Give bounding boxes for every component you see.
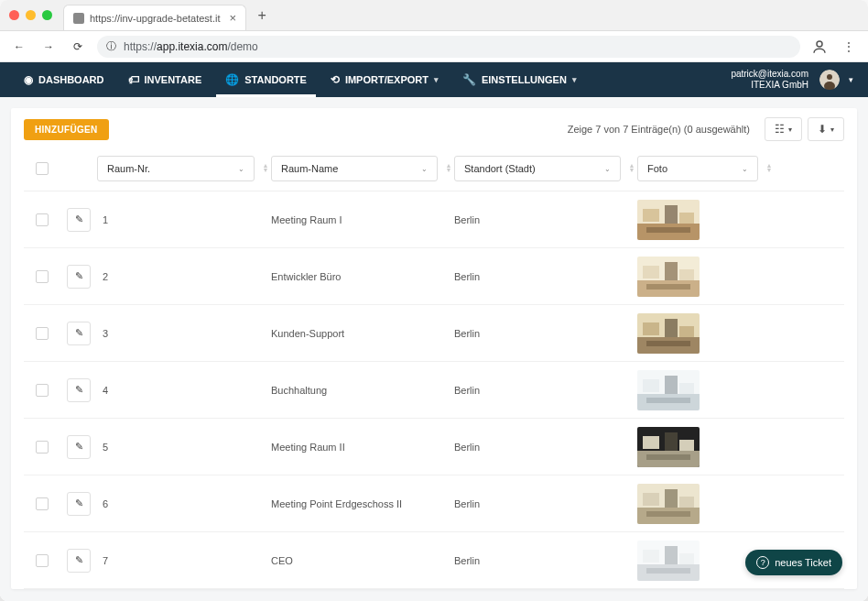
cell-raum-name: Buchhaltung <box>271 385 454 396</box>
sort-handle[interactable]: ▲▼ <box>443 164 454 173</box>
nav-import-export[interactable]: ⟲ IMPORT/EXPORT ▾ <box>321 62 448 97</box>
table-row: ✎ 7 CEO Berlin <box>24 532 844 589</box>
back-button[interactable]: ← <box>9 37 29 57</box>
svg-rect-23 <box>679 383 694 394</box>
avatar[interactable] <box>819 70 840 90</box>
browser-menu-icon[interactable]: ⋮ <box>839 37 859 57</box>
svg-rect-27 <box>643 436 659 449</box>
column-label: Foto <box>647 163 667 174</box>
cell-foto-thumbnail[interactable] <box>637 541 700 581</box>
svg-rect-39 <box>643 550 659 563</box>
row-checkbox[interactable] <box>36 384 49 397</box>
edit-row-button[interactable]: ✎ <box>67 378 91 402</box>
cell-raum-name: Meeting Raum I <box>271 214 454 225</box>
maximize-window-button[interactable] <box>42 10 52 20</box>
table-row: ✎ 5 Meeting Raum II Berlin <box>24 419 844 475</box>
row-checkbox[interactable] <box>36 327 49 340</box>
close-window-button[interactable] <box>9 10 19 20</box>
svg-rect-28 <box>665 432 678 451</box>
nav-standorte[interactable]: 🌐 STANDORTE <box>216 62 316 97</box>
url-field[interactable]: ⓘ https://app.itexia.com/demo <box>97 36 800 58</box>
nav-einstellungen[interactable]: 🔧 EINSTELLUNGEN ▾ <box>453 62 586 97</box>
table-row: ✎ 4 Buchhaltung Berlin <box>24 362 844 419</box>
cell-foto-thumbnail[interactable] <box>637 200 700 240</box>
edit-row-button[interactable]: ✎ <box>67 435 91 459</box>
svg-rect-24 <box>646 398 690 403</box>
cell-standort: Berlin <box>454 442 637 453</box>
pencil-icon: ✎ <box>75 497 83 509</box>
list-icon: ☷ <box>775 123 785 136</box>
chevron-down-icon[interactable]: ▾ <box>849 75 853 84</box>
cell-raum-nr: 6 <box>97 498 271 509</box>
cell-foto-thumbnail[interactable] <box>637 484 700 524</box>
chevron-down-icon: ⌄ <box>421 165 428 173</box>
nav-label: IMPORT/EXPORT <box>345 74 429 85</box>
cell-foto-thumbnail[interactable] <box>637 370 700 410</box>
svg-rect-33 <box>643 493 659 506</box>
user-info: patrick@itexia.com ITEXIA GmbH <box>731 69 808 91</box>
cell-foto-thumbnail[interactable] <box>637 313 700 354</box>
row-checkbox[interactable] <box>36 270 49 283</box>
edit-row-button[interactable]: ✎ <box>67 265 91 289</box>
table-row: ✎ 6 Meeting Point Erdgeschoss II Berlin <box>24 475 844 532</box>
select-all-checkbox[interactable] <box>36 162 49 175</box>
nav-dashboard[interactable]: ◉ DASHBOARD <box>15 62 114 97</box>
edit-row-button[interactable]: ✎ <box>67 492 91 516</box>
edit-row-button[interactable]: ✎ <box>67 322 91 345</box>
edit-row-button[interactable]: ✎ <box>67 208 91 232</box>
browser-address-bar: ← → ⟳ ⓘ https://app.itexia.com/demo ⋮ <box>0 31 868 62</box>
add-button[interactable]: HINZUFÜGEN <box>24 119 109 140</box>
column-filter-raum-name[interactable]: Raum-Name ⌄ <box>271 156 438 181</box>
cell-raum-nr: 5 <box>97 442 271 453</box>
browser-tab[interactable]: https://inv-upgrade-betatest.it × <box>63 5 246 30</box>
column-filter-raum-nr[interactable]: Raum-Nr. ⌄ <box>97 156 255 181</box>
cell-standort: Berlin <box>454 214 637 225</box>
columns-view-button[interactable]: ☷ ▾ <box>765 117 802 141</box>
row-checkbox[interactable] <box>36 441 49 453</box>
column-filter-foto[interactable]: Foto ⌄ <box>637 156 758 181</box>
forward-button[interactable]: → <box>38 37 59 57</box>
cell-raum-nr: 3 <box>97 328 271 339</box>
pencil-icon: ✎ <box>75 554 83 566</box>
column-filter-standort[interactable]: Standort (Stadt) ⌄ <box>454 156 621 181</box>
chevron-down-icon: ▾ <box>572 75 577 84</box>
cell-standort: Berlin <box>454 498 637 509</box>
svg-rect-10 <box>665 262 678 280</box>
nav-label: DASHBOARD <box>38 74 104 85</box>
close-tab-icon[interactable]: × <box>229 11 236 25</box>
new-ticket-button[interactable]: ? neues Ticket <box>745 550 842 575</box>
svg-rect-18 <box>646 341 690 346</box>
chevron-down-icon: ▾ <box>830 126 834 134</box>
user-org: ITEXIA GmbH <box>731 80 808 91</box>
export-button[interactable]: ⬇ ▾ <box>808 117 844 141</box>
reload-button[interactable]: ⟳ <box>68 37 88 57</box>
pencil-icon: ✎ <box>75 441 83 453</box>
cell-raum-name: Meeting Point Erdgeschoss II <box>271 498 454 509</box>
cell-foto-thumbnail[interactable] <box>637 257 700 297</box>
row-checkbox[interactable] <box>36 497 49 510</box>
sort-handle[interactable]: ▲▼ <box>626 164 637 173</box>
nav-label: INVENTARE <box>145 74 202 85</box>
svg-rect-4 <box>665 205 678 224</box>
svg-rect-29 <box>679 440 694 451</box>
new-tab-button[interactable]: + <box>252 5 272 26</box>
nav-inventare[interactable]: 🏷 INVENTARE <box>119 62 212 97</box>
row-checkbox[interactable] <box>36 554 49 567</box>
svg-rect-16 <box>665 319 678 337</box>
cell-standort: Berlin <box>454 328 637 339</box>
browser-profile-icon[interactable] <box>809 37 830 57</box>
cell-foto-thumbnail[interactable] <box>637 427 700 467</box>
globe-icon: 🌐 <box>225 73 239 86</box>
minimize-window-button[interactable] <box>26 10 36 20</box>
url-text: https://app.itexia.com/demo <box>124 40 258 53</box>
cell-raum-name: CEO <box>271 555 454 566</box>
sort-handle[interactable]: ▲▼ <box>260 164 271 173</box>
nav-label: STANDORTE <box>244 74 307 85</box>
sort-handle[interactable]: ▲▼ <box>764 164 775 173</box>
svg-rect-5 <box>679 213 694 224</box>
edit-row-button[interactable]: ✎ <box>67 549 91 573</box>
download-icon: ⬇ <box>818 123 827 136</box>
row-checkbox[interactable] <box>36 213 49 226</box>
browser-title-bar: https://inv-upgrade-betatest.it × + <box>0 0 868 31</box>
cell-standort: Berlin <box>454 385 637 396</box>
